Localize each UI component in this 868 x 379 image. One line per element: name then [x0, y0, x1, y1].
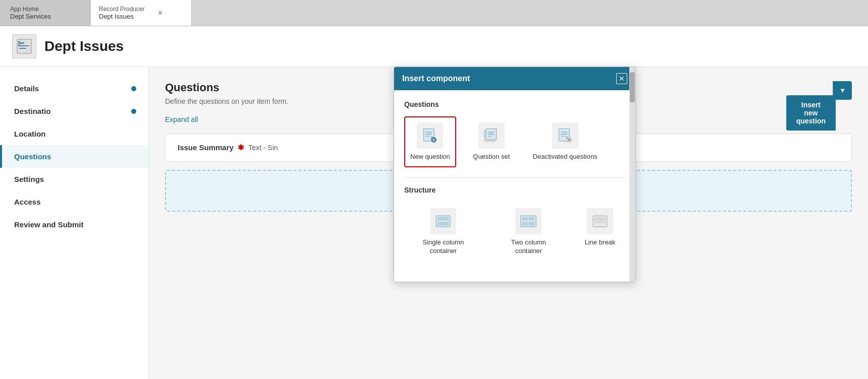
svg-text:+: + [433, 138, 436, 143]
svg-rect-36 [594, 217, 606, 219]
svg-rect-32 [522, 222, 528, 225]
tab-info: Record Producer Dept Issues [99, 6, 145, 20]
line-break-icon [587, 208, 613, 234]
modal-close-button[interactable]: ✕ [616, 73, 627, 84]
new-question-label: New question [410, 153, 450, 161]
question-set-item[interactable]: Question set [466, 116, 517, 167]
svg-rect-28 [438, 222, 449, 225]
two-column-label: Two column container [499, 238, 559, 256]
line-break-item[interactable]: Line break [575, 202, 625, 262]
question-set-icon [478, 122, 505, 149]
structure-grid: Single column container Two column conta [404, 202, 625, 262]
modal-overlay: Insert component ✕ Questions ? [0, 26, 868, 379]
deactivated-questions-item[interactable]: ? Deactivated questions [527, 116, 604, 167]
deactivated-questions-label: Deactivated questions [533, 153, 598, 161]
insert-component-modal: Insert component ✕ Questions ? [394, 67, 636, 282]
modal-body: Questions ? + [394, 90, 635, 282]
record-producer-label: Record Producer [99, 6, 145, 13]
modal-header: Insert component ✕ [394, 67, 635, 90]
svg-rect-30 [522, 217, 528, 221]
app-home-section[interactable]: App Home Dept Services [0, 0, 91, 26]
single-column-item[interactable]: Single column container [404, 202, 482, 262]
questions-grid: ? + New question [404, 116, 625, 167]
record-producer-tab[interactable]: Record Producer Dept Issues × [91, 0, 192, 26]
line-break-label: Line break [585, 238, 616, 247]
dept-services-label: Dept Services [10, 13, 80, 20]
dept-issues-tab-label: Dept Issues [99, 13, 145, 20]
question-set-label: Question set [473, 153, 510, 161]
questions-section-title: Questions [404, 100, 625, 108]
structure-section-title: Structure [404, 186, 625, 194]
close-tab-button[interactable]: × [155, 8, 166, 19]
single-column-label: Single column container [410, 238, 476, 256]
svg-rect-33 [529, 222, 535, 225]
top-bar: App Home Dept Services Record Producer D… [0, 0, 868, 26]
two-column-item[interactable]: Two column container [493, 202, 565, 262]
modal-scrollbar[interactable] [629, 67, 635, 282]
svg-rect-27 [438, 217, 449, 221]
deactivated-questions-icon: ? [552, 122, 578, 149]
app-home-label: App Home [10, 6, 80, 13]
new-question-icon: ? + [417, 122, 443, 149]
two-column-icon [515, 208, 541, 234]
single-column-icon [430, 208, 456, 234]
modal-title: Insert component [402, 74, 470, 83]
modal-scrollbar-thumb [630, 72, 635, 102]
new-question-item[interactable]: ? + New question [404, 116, 456, 167]
svg-rect-31 [529, 217, 535, 221]
svg-rect-37 [594, 221, 606, 223]
modal-divider [404, 177, 625, 178]
